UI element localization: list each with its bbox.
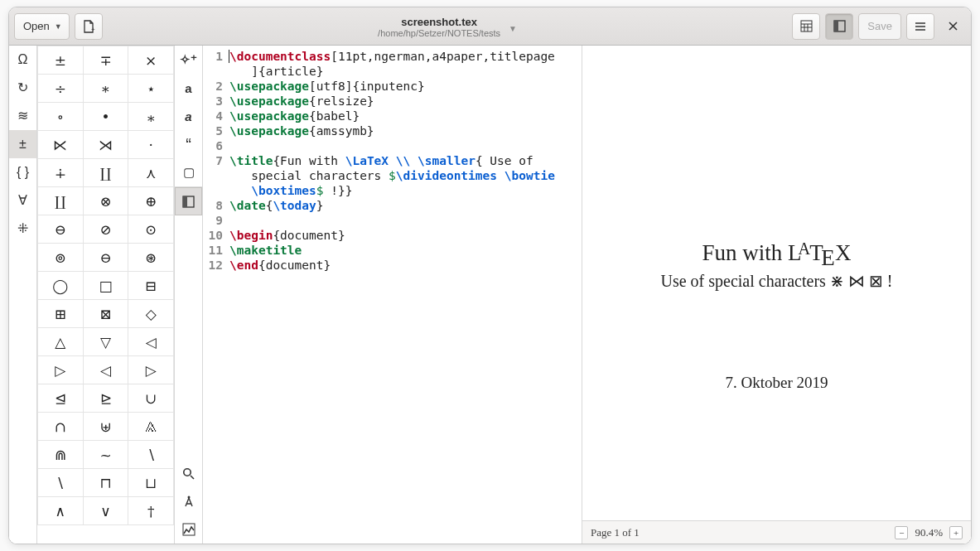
window-filename: screenshot.tex (378, 16, 500, 28)
symbol-cell[interactable]: ⊎ (83, 413, 128, 441)
object-tool[interactable]: ▢ (175, 158, 202, 186)
open-button-label: Open (23, 20, 50, 32)
symbol-cell[interactable]: ∓ (83, 46, 128, 75)
symbol-cell[interactable]: ⊞ (38, 300, 84, 328)
symbol-cell[interactable]: ∐ (38, 187, 84, 215)
symbol-cell[interactable]: ⋒ (38, 441, 84, 469)
symbol-cell[interactable]: · (128, 131, 174, 159)
symbol-cell[interactable]: ▽ (83, 328, 128, 356)
symbol-tab[interactable]: Ω (9, 46, 36, 74)
symbol-tab[interactable]: ≋ (9, 102, 36, 130)
symbol-cell[interactable]: ⊟ (128, 272, 174, 300)
symbol-cell[interactable]: ~ (83, 441, 128, 469)
code-editor[interactable]: 1 234567 89101112 \documentclass[11pt,ng… (203, 46, 582, 544)
symbol-tab[interactable]: ↻ (9, 74, 36, 102)
symbol-cell[interactable]: ⊛ (128, 244, 174, 272)
wizard-tool[interactable]: ✧⁺ (175, 46, 202, 74)
symbol-cell[interactable]: ∗ (83, 75, 128, 103)
symbol-cell[interactable]: • (83, 103, 128, 131)
symbol-cell[interactable]: ⊴ (38, 384, 84, 413)
app-window: Open ▼ + screenshot.tex /home/hp/Setzer/… (8, 7, 972, 544)
preview-toggle-button[interactable] (825, 13, 853, 40)
search-icon (182, 467, 195, 480)
new-document-button[interactable]: + (75, 13, 103, 40)
title-dropdown[interactable]: screenshot.tex /home/hp/Setzer/NOTES/tes… (378, 16, 517, 38)
svg-rect-3 (834, 21, 838, 31)
symbol-cell[interactable]: ⋏ (128, 159, 174, 187)
bold-tool[interactable]: a (175, 74, 202, 102)
symbol-cell[interactable]: ∪ (128, 384, 174, 413)
zoom-out-button[interactable]: − (895, 526, 908, 539)
svg-point-6 (184, 468, 191, 475)
quote-tool[interactable]: “ (175, 130, 202, 158)
svg-rect-1 (801, 21, 812, 31)
build-log-button[interactable] (792, 13, 820, 40)
symbol-cell[interactable]: ◯ (38, 272, 84, 300)
symbol-cell[interactable]: ⊘ (83, 215, 128, 244)
symbol-cell[interactable]: ◁ (83, 356, 128, 384)
preview-footer: Page 1 of 1 − 90.4% + (582, 520, 971, 544)
symbol-tab[interactable]: { } (9, 158, 36, 186)
symbol-cell[interactable]: □ (83, 272, 128, 300)
symbol-cell[interactable]: ▷ (128, 356, 174, 384)
open-button[interactable]: Open ▼ (14, 13, 70, 40)
symbol-cell[interactable]: ∨ (83, 497, 128, 525)
close-button[interactable] (939, 21, 966, 31)
code-content[interactable]: \documentclass[11pt,ngerman,a4paper,titl… (228, 46, 582, 544)
symbol-cell[interactable]: ◇ (128, 300, 174, 328)
symbol-grid: ±∓×÷∗⋆∘•⁎⋉⋊·∔∐⋏∐⊗⊕⊖⊘⊙⊚⊖⊛◯□⊟⊞⊠◇△▽◁▷◁▷⊴⊵∪∩… (37, 46, 174, 544)
symbol-cell[interactable]: ⋉ (38, 131, 84, 159)
symbol-cell[interactable]: ⊙ (128, 215, 174, 244)
frame-icon (182, 196, 195, 208)
symbol-cell[interactable]: ⊖ (38, 215, 84, 244)
symbol-tab[interactable]: ∀ (9, 186, 36, 215)
layout-split-icon (833, 20, 846, 32)
save-button[interactable]: Save (858, 13, 901, 40)
symbol-cell[interactable]: ⋊ (83, 131, 128, 159)
symbol-cell[interactable]: ∔ (38, 159, 84, 187)
symbol-cell[interactable]: ∩ (38, 413, 84, 441)
symbol-tab[interactable]: ± (9, 130, 36, 158)
symbol-cell[interactable]: ⩓ (128, 413, 174, 441)
symbol-cell[interactable]: ⋆ (128, 75, 174, 103)
symbol-cell[interactable]: ⊚ (38, 244, 84, 272)
symbol-cell[interactable]: † (128, 497, 174, 525)
pdf-preview: Fun with LATEX Use of special characters… (582, 46, 971, 544)
new-doc-icon: + (82, 20, 95, 33)
symbol-cell[interactable]: ∖ (38, 469, 84, 497)
symbol-cell[interactable]: △ (38, 328, 84, 356)
headerbar: Open ▼ + screenshot.tex /home/hp/Setzer/… (9, 7, 971, 46)
close-icon (948, 21, 958, 31)
italic-icon: a (185, 109, 191, 123)
symbol-cell[interactable]: ÷ (38, 75, 84, 103)
symbol-cell[interactable]: ⊖ (83, 244, 128, 272)
symbol-cell[interactable]: ∧ (38, 497, 84, 525)
wand-icon: ✧⁺ (180, 52, 197, 67)
symbol-cell[interactable]: ◁ (128, 328, 174, 356)
zoom-in-button[interactable]: + (949, 526, 963, 539)
latex-logo: LATEX (788, 240, 851, 265)
symbol-cell[interactable]: ⊕ (128, 187, 174, 215)
symbol-cell[interactable]: ⊗ (83, 187, 128, 215)
symbol-cell[interactable]: ⁎ (128, 103, 174, 131)
symbol-cell[interactable]: ± (38, 46, 84, 75)
italic-tool[interactable]: a (175, 102, 202, 130)
symbol-cell[interactable]: ∖ (128, 441, 174, 469)
symbol-cell[interactable]: ▷ (38, 356, 84, 384)
symbol-cell[interactable]: ⊠ (83, 300, 128, 328)
symbol-cell[interactable]: ⊓ (83, 469, 128, 497)
page-status: Page 1 of 1 (591, 526, 640, 539)
frame-tool[interactable] (175, 187, 202, 215)
symbol-cell[interactable]: × (128, 46, 174, 75)
menu-button[interactable] (906, 13, 934, 40)
symbol-cell[interactable]: ∐ (83, 159, 128, 187)
stats-icon (182, 523, 196, 536)
spellcheck-tool[interactable] (175, 487, 202, 515)
symbol-cell[interactable]: ∘ (38, 103, 84, 131)
search-tool[interactable] (175, 459, 202, 487)
square-icon: ▢ (183, 165, 195, 180)
symbol-cell[interactable]: ⊵ (83, 384, 128, 413)
symbol-cell[interactable]: ⊔ (128, 469, 174, 497)
stats-tool[interactable] (175, 515, 202, 544)
symbol-tab[interactable]: ⁜ (9, 215, 36, 243)
